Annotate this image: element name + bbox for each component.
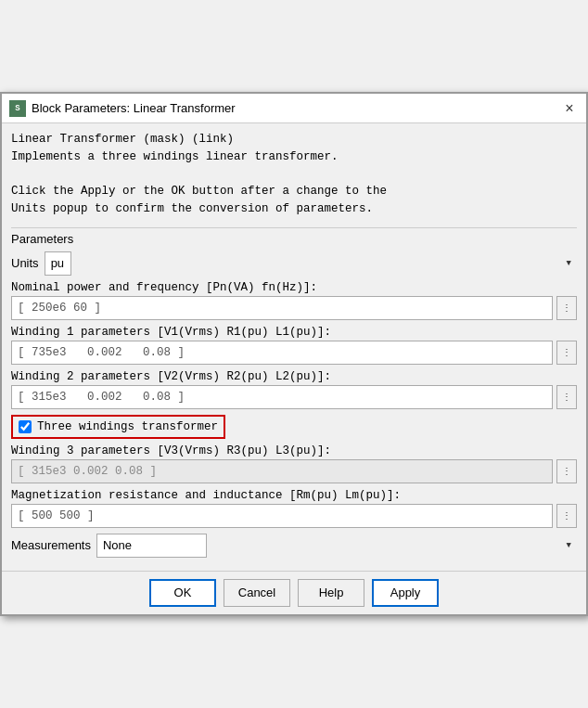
winding1-input[interactable] bbox=[11, 341, 553, 365]
winding3-row: ⋮ bbox=[11, 459, 577, 483]
desc-line5: Units popup to confirm the conversion of… bbox=[11, 200, 577, 218]
magnetization-dots-button[interactable]: ⋮ bbox=[556, 504, 577, 528]
measurements-select-wrapper: None All currents All voltages All measu… bbox=[96, 534, 577, 558]
winding1-row: ⋮ bbox=[11, 341, 577, 365]
nominal-power-row: ⋮ bbox=[11, 296, 577, 320]
winding3-dots-button[interactable]: ⋮ bbox=[556, 459, 577, 483]
dialog-block-parameters: S Block Parameters: Linear Transformer ×… bbox=[0, 92, 588, 616]
measurements-label: Measurements bbox=[11, 538, 91, 552]
close-button[interactable]: × bbox=[560, 99, 579, 118]
units-select[interactable]: pu SI bbox=[45, 251, 71, 276]
nominal-power-label: Nominal power and frequency [Pn(VA) fn(H… bbox=[11, 281, 577, 294]
winding3-label: Winding 3 parameters [V3(Vrms) R3(pu) L3… bbox=[11, 444, 577, 457]
winding1-dots-button[interactable]: ⋮ bbox=[556, 341, 577, 365]
magnetization-label: Magnetization resistance and inductance … bbox=[11, 489, 577, 502]
help-button[interactable]: Help bbox=[298, 579, 364, 607]
desc-line2: Implements a three windings linear trans… bbox=[11, 148, 577, 166]
three-windings-row: Three windings transformer bbox=[11, 415, 225, 439]
divider-1 bbox=[11, 227, 577, 228]
measurements-select[interactable]: None All currents All voltages All measu… bbox=[96, 534, 207, 558]
magnetization-row: ⋮ bbox=[11, 504, 577, 528]
desc-line3 bbox=[11, 166, 577, 184]
desc-line4: Click the Apply or the OK button after a… bbox=[11, 183, 577, 200]
description-block: Linear Transformer (mask) (link) Impleme… bbox=[11, 131, 577, 218]
winding3-input[interactable] bbox=[11, 459, 553, 483]
magnetization-input[interactable] bbox=[11, 504, 553, 528]
units-label: Units bbox=[11, 256, 39, 270]
winding1-label: Winding 1 parameters [V1(Vrms) R1(pu) L1… bbox=[11, 326, 577, 339]
measurements-row: Measurements None All currents All volta… bbox=[11, 534, 577, 558]
dialog-title: Block Parameters: Linear Transformer bbox=[32, 101, 236, 115]
app-icon: S bbox=[9, 100, 26, 117]
nominal-power-input[interactable] bbox=[11, 296, 553, 320]
three-windings-checkbox[interactable] bbox=[19, 420, 32, 433]
three-windings-label: Three windings transformer bbox=[37, 420, 218, 433]
units-row: Units pu SI bbox=[11, 251, 577, 276]
cancel-button[interactable]: Cancel bbox=[224, 579, 290, 607]
units-select-wrapper: pu SI bbox=[45, 251, 577, 276]
title-bar-left: S Block Parameters: Linear Transformer bbox=[9, 100, 236, 117]
winding2-label: Winding 2 parameters [V2(Vrms) R2(pu) L2… bbox=[11, 370, 577, 383]
desc-line1: Linear Transformer (mask) (link) bbox=[11, 131, 577, 148]
apply-button[interactable]: Apply bbox=[372, 579, 439, 607]
nominal-power-dots-button[interactable]: ⋮ bbox=[556, 296, 577, 320]
ok-button[interactable]: OK bbox=[149, 579, 216, 607]
winding2-row: ⋮ bbox=[11, 385, 577, 409]
bottom-bar: OK Cancel Help Apply bbox=[2, 571, 586, 614]
content-area: Linear Transformer (mask) (link) Impleme… bbox=[2, 123, 586, 571]
winding2-input[interactable] bbox=[11, 385, 553, 409]
parameters-label: Parameters bbox=[11, 232, 577, 246]
winding2-dots-button[interactable]: ⋮ bbox=[556, 385, 577, 409]
title-bar: S Block Parameters: Linear Transformer × bbox=[2, 94, 586, 123]
